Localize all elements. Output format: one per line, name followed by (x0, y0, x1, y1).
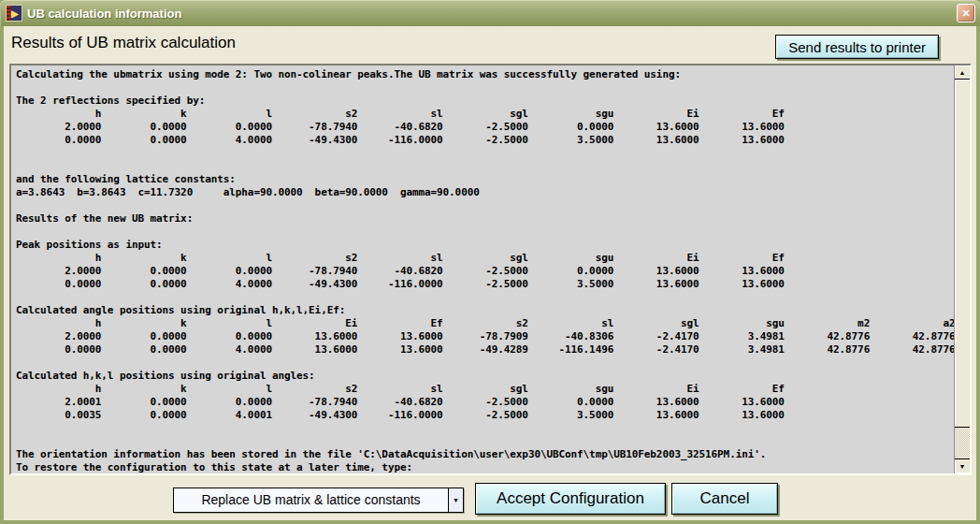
titlebar[interactable]: ▶ UB calculation information ✕ (0, 0, 980, 26)
scroll-up-button[interactable]: ▲ (955, 66, 970, 80)
dropdown-arrow-icon[interactable]: ▼ (448, 488, 463, 512)
chevron-down-icon: ▼ (453, 497, 459, 503)
cancel-button[interactable]: Cancel (671, 483, 778, 515)
vertical-scrollbar[interactable]: ▲ ▼ (954, 66, 970, 473)
console-text[interactable]: Calculating the ubmatrix using mode 2: T… (11, 66, 970, 474)
dialog-content: Results of UB matrix calculation Send re… (4, 26, 976, 520)
ub-calculation-window: ▶ UB calculation information ✕ Results o… (0, 0, 980, 524)
accept-configuration-button[interactable]: Accept Configuration (475, 483, 666, 515)
labview-icon-red-strip (7, 6, 10, 21)
page-title: Results of UB matrix calculation (11, 34, 236, 52)
arrow-up-icon: ▲ (959, 69, 966, 76)
labview-app-icon: ▶ (6, 5, 22, 22)
arrow-down-icon: ▼ (959, 463, 966, 470)
window-title: UB calculation information (27, 7, 957, 21)
labview-run-arrow-icon: ▶ (11, 7, 19, 21)
close-icon: ✕ (961, 7, 970, 19)
scroll-down-button[interactable]: ▼ (955, 458, 970, 473)
ub-action-dropdown[interactable]: Replace UB matrix & lattice constants ▼ (173, 488, 464, 513)
footer-bar: Replace UB matrix & lattice constants ▼ … (4, 475, 976, 520)
close-button[interactable]: ✕ (957, 4, 975, 22)
results-console: Calculating the ubmatrix using mode 2: T… (9, 64, 972, 475)
dropdown-selected-value: Replace UB matrix & lattice constants (174, 488, 448, 512)
send-results-to-printer-button[interactable]: Send results to printer (775, 35, 939, 59)
scrollbar-track[interactable] (955, 428, 970, 458)
header-row: Results of UB matrix calculation Send re… (4, 26, 976, 64)
scrollbar-thumb[interactable] (955, 80, 970, 428)
